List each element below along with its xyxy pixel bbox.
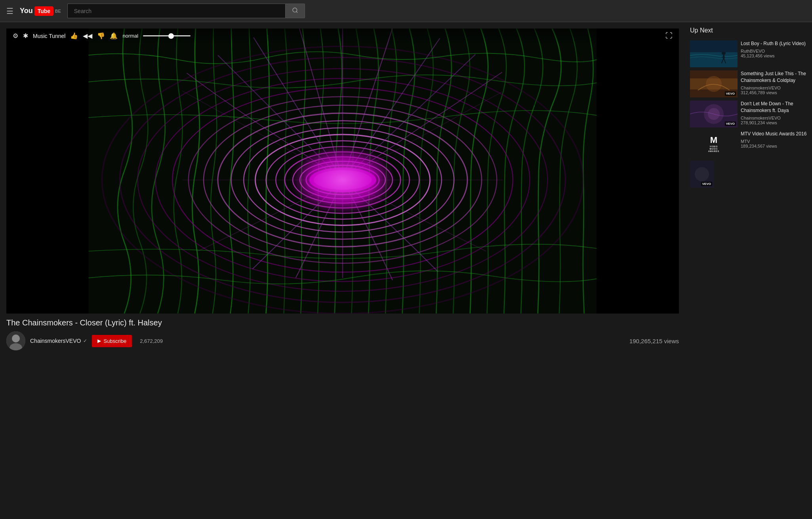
header: ☰ You Tube BE (0, 0, 812, 22)
svg-point-0 (293, 8, 297, 12)
mtv-logo-thumb: M VIDEOMUSICAWARDS (690, 131, 738, 158)
svg-line-1 (296, 11, 297, 13)
sidebar-card-1[interactable]: Lost Boy - Ruth B (Lyric Video) RuthBVEV… (690, 40, 807, 67)
vevo-badge-2: VEVO (725, 91, 736, 96)
subscriber-count: 2,672,209 (140, 338, 163, 344)
mtv-subtitle: VIDEOMUSICAWARDS (708, 145, 719, 152)
subscribe-button[interactable]: ▶ Subscribe (92, 335, 132, 347)
svg-rect-33 (690, 40, 738, 52)
thumbnail-2: VEVO (690, 70, 738, 97)
channel-name-info: ChainsmokersVEVO ✓ (30, 338, 87, 344)
tunnel-svg (6, 29, 679, 314)
view-count: 190,265,215 views (629, 338, 679, 344)
channel-avatar[interactable] (6, 331, 25, 350)
partial-thumbnail: VEVO (690, 161, 714, 188)
card-title-4: MTV Video Music Awards 2016 (741, 131, 807, 137)
video-section: ⚙ ✱ Music Tunnel 👍 ◀◀ 👎 🔔 normal ⛶ The C… (0, 22, 685, 357)
up-next-header: Up Next (690, 25, 807, 36)
search-input[interactable] (67, 4, 285, 18)
thumbs-up-icon[interactable]: 👍 (70, 32, 78, 40)
plugin-title: Music Tunnel (33, 33, 65, 39)
tunnel-visual (6, 29, 679, 314)
menu-icon[interactable]: ☰ (6, 6, 13, 16)
sidebar-card-partial[interactable]: VEVO (690, 161, 807, 188)
video-title: The Chainsmokers - Closer (Lyric) ft. Ha… (6, 318, 679, 327)
sidebar-card-3[interactable]: VEVO Don't Let Me Down - The Chainsmoker… (690, 101, 807, 127)
mode-label: normal (122, 33, 138, 39)
verified-icon: ✓ (83, 338, 87, 344)
yt-logo-tube: Tube (34, 6, 53, 16)
card-channel-4: MTV (741, 139, 807, 144)
slider-container (143, 35, 191, 36)
card-info-4: MTV Video Music Awards 2016 MTV 189,234,… (741, 131, 807, 158)
card-channel-1: RuthBVEVO (741, 49, 807, 53)
card-info-1: Lost Boy - Ruth B (Lyric Video) RuthBVEV… (741, 40, 807, 67)
intensity-slider[interactable] (143, 35, 191, 36)
video-player[interactable]: ⚙ ✱ Music Tunnel 👍 ◀◀ 👎 🔔 normal ⛶ (6, 29, 679, 314)
avatar-image (6, 331, 25, 350)
channel-name-row: ChainsmokersVEVO ✓ (30, 338, 87, 344)
svg-point-41 (695, 167, 709, 181)
subscribe-yt-icon: ▶ (97, 338, 101, 344)
main-layout: ⚙ ✱ Music Tunnel 👍 ◀◀ 👎 🔔 normal ⛶ The C… (0, 22, 812, 357)
mtv-m: M (710, 136, 717, 144)
thumbnail-4: M VIDEOMUSICAWARDS (690, 131, 738, 158)
video-info: The Chainsmokers - Closer (Lyric) ft. Ha… (6, 318, 679, 350)
sidebar: Up Next (685, 22, 812, 357)
search-button[interactable] (285, 4, 305, 18)
card-title-2: Something Just Like This - The Chainsmok… (741, 70, 807, 84)
channel-row: ChainsmokersVEVO ✓ ▶ Subscribe 2,672,209… (6, 331, 679, 350)
thumbnail-3: VEVO (690, 101, 738, 127)
thumbnail-1 (690, 40, 738, 67)
svg-point-22 (289, 144, 396, 216)
yt-be-badge: BE (55, 9, 61, 13)
card-channel-3: ChainsmokersVEVO (741, 116, 807, 120)
channel-name[interactable]: ChainsmokersVEVO (30, 338, 81, 344)
thumbs-down-icon[interactable]: 👎 (97, 32, 105, 40)
thumb-1-content (690, 40, 738, 67)
channel-left: ChainsmokersVEVO ✓ ▶ Subscribe 2,672,209 (6, 331, 163, 350)
partial-thumb-content: VEVO (690, 161, 714, 188)
partial-vevo-badge: VEVO (701, 182, 712, 186)
card-views-2: 312,456,789 views (741, 90, 807, 95)
asterisk-icon: ✱ (23, 32, 28, 40)
sidebar-card-4[interactable]: M VIDEOMUSICAWARDS MTV Video Music Award… (690, 131, 807, 158)
fullscreen-icon[interactable]: ⛶ (665, 32, 673, 40)
card-views-4: 189,234,567 views (741, 144, 807, 148)
sidebar-card-2[interactable]: VEVO Something Just Like This - The Chai… (690, 70, 807, 97)
vevo-badge-3: VEVO (725, 122, 736, 126)
card-channel-2: ChainsmokersVEVO (741, 86, 807, 90)
svg-point-24 (12, 335, 20, 342)
rewind-icon[interactable]: ◀◀ (83, 32, 92, 40)
settings-icon[interactable]: ⚙ (13, 32, 18, 40)
youtube-logo[interactable]: You Tube BE (20, 6, 61, 16)
video-controls-bar: ⚙ ✱ Music Tunnel 👍 ◀◀ 👎 🔔 normal ⛶ (6, 29, 679, 43)
bell-icon[interactable]: 🔔 (110, 32, 118, 40)
yt-logo-you: You (20, 7, 33, 15)
card-title-1: Lost Boy - Ruth B (Lyric Video) (741, 40, 807, 47)
card-info-2: Something Just Like This - The Chainsmok… (741, 70, 807, 97)
card-views-1: 45,123,456 views (741, 53, 807, 58)
search-bar (67, 4, 305, 18)
subscribe-label: Subscribe (103, 338, 126, 344)
card-views-3: 278,901,234 views (741, 120, 807, 125)
card-info-3: Don't Let Me Down - The Chainsmokers ft.… (741, 101, 807, 127)
card-title-3: Don't Let Me Down - The Chainsmokers ft.… (741, 101, 807, 114)
